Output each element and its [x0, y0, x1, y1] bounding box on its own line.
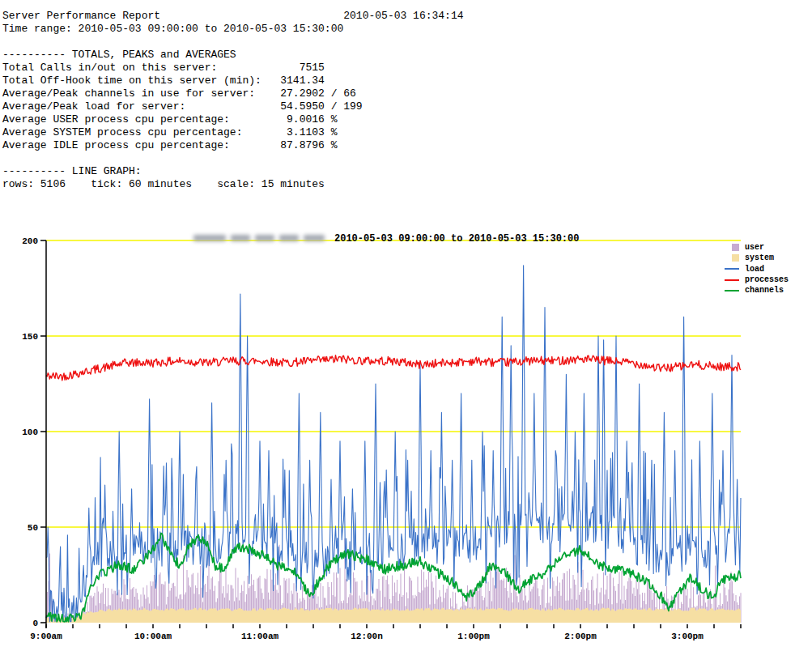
legend-label: system — [745, 253, 774, 262]
y-tick-label-200: 200 — [22, 236, 38, 246]
y-tick-label-150: 150 — [22, 332, 38, 342]
line-swatch — [725, 268, 739, 270]
legend-label: channels — [745, 286, 784, 295]
x-tick-label: 9:00am — [30, 632, 62, 641]
legend-swatch-processes — [725, 279, 739, 281]
x-tick-label: 1:00pm — [457, 632, 490, 641]
y-tick-label-100: 100 — [22, 428, 38, 437]
legend-swatch-user — [725, 244, 739, 251]
square-swatch — [732, 254, 739, 262]
chart-legend: usersystemloadprocesseschannels — [725, 242, 789, 296]
x-tick-label: 10:00am — [134, 632, 172, 641]
redacted-server-label — [193, 233, 329, 243]
legend-swatch-system — [725, 254, 739, 262]
line-swatch — [725, 290, 739, 291]
x-tick-label: 12:00n — [351, 632, 383, 641]
legend-label: load — [745, 265, 764, 274]
legend-item-processes: processes — [725, 274, 789, 285]
legend-label: processes — [745, 275, 789, 284]
legend-item-user: user — [725, 242, 789, 253]
x-tick-label: 2:00pm — [564, 632, 597, 641]
legend-swatch-load — [725, 268, 739, 270]
server-performance-report-page: Server Performance Report 2010-05-03 16:… — [0, 0, 812, 668]
y-tick-label-0: 0 — [32, 619, 38, 628]
legend-swatch-channels — [725, 290, 739, 291]
square-swatch — [732, 244, 739, 251]
y-tick-label-50: 50 — [28, 523, 38, 533]
series-processes — [46, 355, 741, 381]
chart-title: 2010-05-03 09:00:00 to 2010-05-03 15:30:… — [334, 233, 579, 245]
chart-svg: 0501001502009:00am10:00am11:00am12:00n1:… — [0, 0, 812, 668]
x-tick-label: 3:00pm — [671, 632, 704, 641]
legend-item-load: load — [725, 264, 789, 274]
legend-label: user — [745, 243, 764, 252]
legend-item-system: system — [725, 253, 789, 263]
x-tick-label: 11:00am — [241, 632, 279, 641]
line-swatch — [725, 279, 739, 281]
legend-item-channels: channels — [725, 285, 789, 296]
